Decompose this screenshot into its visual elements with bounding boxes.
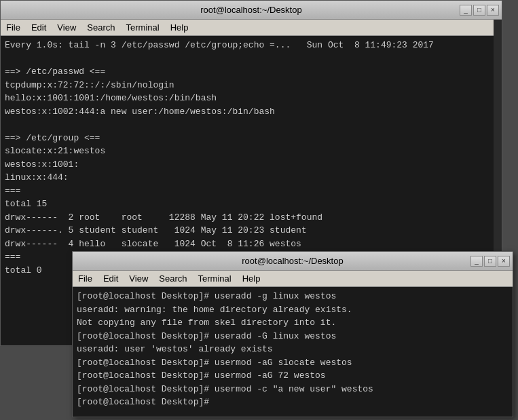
menu-help-1[interactable]: Help: [165, 21, 194, 34]
menu-help-2[interactable]: Help: [237, 272, 266, 285]
close-button-2[interactable]: ×: [498, 256, 510, 267]
menu-edit-2[interactable]: Edit: [98, 272, 124, 285]
window-controls-2: _ □ ×: [470, 256, 510, 267]
menu-terminal-2[interactable]: Terminal: [193, 272, 237, 285]
menubar-2: File Edit View Search Terminal Help: [73, 271, 513, 287]
menu-search-1[interactable]: Search: [81, 21, 120, 34]
window-title-1: root@localhost:~/Desktop: [200, 5, 301, 15]
maximize-button-1[interactable]: □: [473, 5, 485, 16]
maximize-button-2[interactable]: □: [484, 256, 496, 267]
menu-terminal-1[interactable]: Terminal: [121, 21, 165, 34]
close-button-1[interactable]: ×: [487, 5, 499, 16]
titlebar-1: root@localhost:~/Desktop _ □ ×: [1, 1, 502, 20]
window-title-2: root@localhost:~/Desktop: [242, 256, 343, 266]
titlebar-2: root@localhost:~/Desktop _ □ ×: [73, 252, 513, 271]
menu-view-2[interactable]: View: [124, 272, 153, 285]
menu-view-1[interactable]: View: [52, 21, 81, 34]
menubar-1: File Edit View Search Terminal Help: [1, 20, 502, 36]
menu-edit-1[interactable]: Edit: [26, 21, 52, 34]
menu-file-2[interactable]: File: [73, 272, 98, 285]
window-controls-1: _ □ ×: [460, 5, 499, 16]
terminal-window-2: root@localhost:~/Desktop _ □ × File Edit…: [72, 251, 513, 417]
minimize-button-2[interactable]: _: [470, 256, 483, 267]
terminal-output-2: [root@localhost Desktop]# useradd -g lin…: [73, 287, 513, 417]
menu-file-1[interactable]: File: [1, 21, 26, 34]
menu-search-2[interactable]: Search: [153, 272, 192, 285]
minimize-button-1[interactable]: _: [460, 5, 472, 16]
